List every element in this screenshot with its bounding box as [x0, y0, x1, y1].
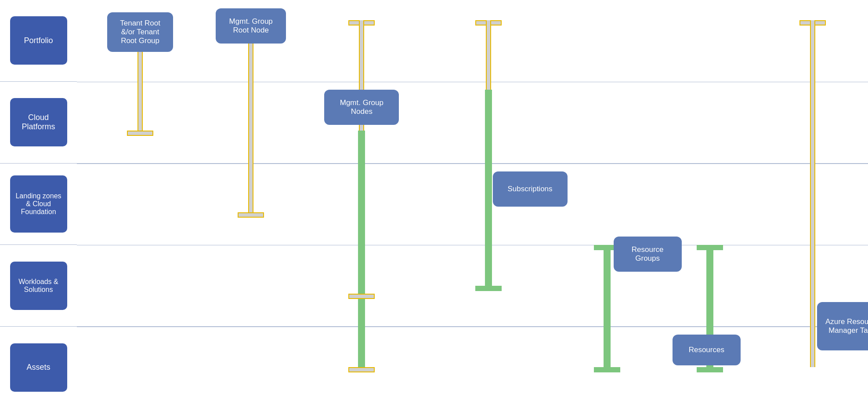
- row-workloads: Workloads & Solutions: [0, 245, 77, 327]
- label-landing-zones: Landing zones & Cloud Foundation: [10, 175, 67, 233]
- label-cloud-platforms: Cloud Platforms: [10, 98, 67, 146]
- node-tenant-root: Tenant Root &/or Tenant Root Group: [107, 12, 173, 52]
- grid-lines: [77, 0, 868, 408]
- row-cloud-platforms: Cloud Platforms: [0, 82, 77, 164]
- col-d-green-vertical: [485, 90, 492, 285]
- label-workloads: Workloads & Solutions: [10, 262, 67, 310]
- col-c-gray-cap-bottom: [348, 294, 375, 299]
- node-mgmt-nodes: Mgmt. Group Nodes: [324, 90, 399, 125]
- content-area: Tenant Root &/or Tenant Root Group Mgmt.…: [77, 0, 868, 408]
- col-d-green-cap-bottom: [475, 286, 502, 291]
- label-assets: Assets: [10, 343, 67, 392]
- col-e-green-vertical: [604, 245, 611, 367]
- row-assets: Assets: [0, 327, 77, 408]
- col-a-cap-bottom: [127, 131, 153, 136]
- col-b-cap-bottom: [238, 212, 264, 218]
- row-portfolio: Portfolio: [0, 0, 77, 82]
- node-resource-groups: Resource Groups: [614, 237, 682, 272]
- col-e-green-cap-bottom: [594, 367, 620, 372]
- col-g-gray-vertical: [810, 20, 815, 367]
- label-portfolio: Portfolio: [10, 16, 67, 65]
- node-subscriptions: Subscriptions: [493, 171, 568, 207]
- col-d-gray-vertical: [486, 20, 491, 90]
- col-c-green-vertical: [358, 131, 365, 367]
- col-b-vertical: [248, 20, 253, 212]
- col-f-green-cap-bottom: [697, 367, 723, 372]
- row-landing-zones: Landing zones & Cloud Foundation: [0, 164, 77, 245]
- node-resources: Resources: [673, 335, 741, 365]
- main-container: Portfolio Cloud Platforms Landing zones …: [0, 0, 868, 408]
- node-mgmt-root: Mgmt. Group Root Node: [216, 8, 286, 44]
- node-arm-tags: Azure Resource Manager Tags: [817, 302, 868, 350]
- col-c-bottom-cap: [348, 367, 375, 372]
